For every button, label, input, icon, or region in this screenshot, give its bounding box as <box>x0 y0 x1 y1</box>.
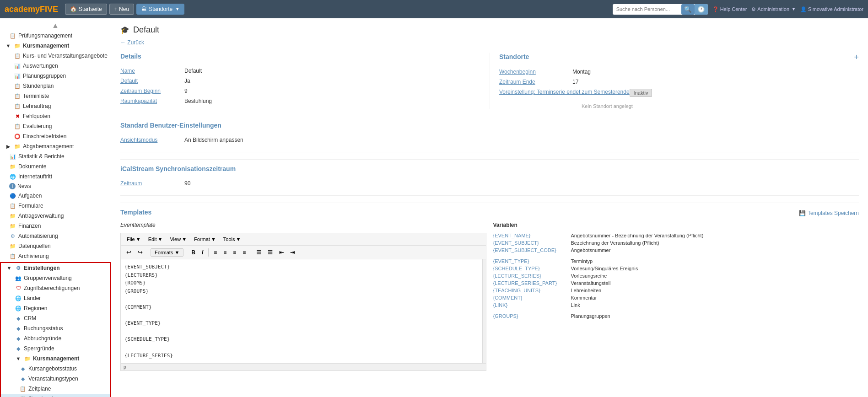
voreinstellung-label: Voreinstellung: Terminserie endet zum Se… <box>499 89 630 95</box>
sidebar-item-pruefungsmanagement[interactable]: 📋 Prüfungsmanagement <box>0 31 111 41</box>
var-name-comment[interactable]: {COMMENT} <box>493 295 566 300</box>
align-justify-button[interactable]: ≡ <box>240 248 248 257</box>
sidebar-item-gruppenverwaltung[interactable]: 👥 Gruppenverwaltung <box>1 273 110 283</box>
sidebar-item-zugriffsberechtigungen[interactable]: 🛡 Zugriffsberechtigungen <box>1 283 110 293</box>
var-name-link[interactable]: {LINK} <box>493 302 566 308</box>
search-input[interactable] <box>613 5 681 14</box>
formats-button[interactable]: Formats ▼ <box>151 248 183 257</box>
var-name-event-subject-code[interactable]: {EVENT_SUBJECT_CODE} <box>493 247 566 253</box>
sidebar-item-regionen[interactable]: 🌐 Regionen <box>1 303 110 313</box>
sidebar-item-formulare[interactable]: 📋 Formulare <box>0 201 111 211</box>
sidebar-item-planungsgruppen[interactable]: 📊 Planungsgruppen <box>0 71 111 81</box>
italic-button[interactable]: I <box>199 248 206 257</box>
var-name-lecture-series-part[interactable]: {LECTURE_SERIES_PART} <box>493 280 566 286</box>
search-history-button[interactable]: 🕐 <box>695 4 708 15</box>
editor-panel: Eventtemplate File ▼ Edit ▼ Vie <box>120 222 486 371</box>
sidebar-item-kursmanagement[interactable]: ▼ 📁 Kursmanagement <box>0 41 111 51</box>
indent-increase-button[interactable]: ⇥ <box>287 248 297 257</box>
editor-body-container: {EVENT_SUBJECT} {LECTURERS} {ROOMS} {GRO… <box>120 259 486 371</box>
format-menu[interactable]: Format ▼ <box>191 235 219 243</box>
back-link[interactable]: ← Zurück <box>120 39 144 46</box>
standorte-empty: Kein Standort angelegt <box>499 103 859 109</box>
sidebar-item-veranstaltungstypen[interactable]: ◆ Veranstaltungstypen <box>1 374 110 384</box>
administration-link[interactable]: ⚙ Administration ▼ <box>751 6 796 12</box>
sidebar-item-kursangebotsstatus[interactable]: ◆ Kursangebotsstatus <box>1 364 110 374</box>
sidebar-item-zeitplane[interactable]: 📋 Zeitplane <box>1 384 110 394</box>
sidebar-item-archivierung[interactable]: 📋 Archivierung <box>0 251 111 261</box>
var-row-lecture-series-part: {LECTURE_SERIES_PART} Veranstaltungsteil <box>493 279 859 287</box>
standorte-add-button[interactable]: + <box>854 53 859 62</box>
sidebar-item-einstellungen[interactable]: ▼ ⚙ Einstellungen <box>1 263 110 273</box>
editor-line-1: {EVENT_SUBJECT} <box>124 263 482 271</box>
sidebar-item-automatisierung[interactable]: ⚙ Automatisierung <box>0 231 111 241</box>
unordered-list-button[interactable]: ☰ <box>253 248 264 257</box>
sidebar-item-lehrauftrag[interactable]: 📋 Lehrauftrag <box>0 101 111 111</box>
undo-button[interactable]: ↩ <box>124 247 134 257</box>
view-menu[interactable]: View ▼ <box>167 235 190 243</box>
sidebar-item-evaluierung[interactable]: 📋 Evaluierung <box>0 121 111 131</box>
sidebar-item-terminliste[interactable]: 📋 Terminliste <box>0 91 111 101</box>
startseite-button[interactable]: 🏠 Startseite <box>65 4 107 15</box>
archivierung-icon: 📋 <box>9 252 16 260</box>
sidebar-item-auswertungen[interactable]: 📊 Auswertungen <box>0 61 111 71</box>
standorte-button[interactable]: 🏛 Standorte ▼ <box>136 4 184 15</box>
user-link[interactable]: 👤 Simovative Administrator <box>800 6 863 12</box>
sidebar-item-news[interactable]: i News <box>0 182 111 191</box>
align-right-button[interactable]: ≡ <box>230 248 239 257</box>
sidebar-item-abbruchgruende[interactable]: ◆ Abbruchgründe <box>1 333 110 343</box>
var-desc-event-subject: Bezeichnung der Veranstaltung (Pflicht) <box>571 240 659 246</box>
editor-scrollbar[interactable] <box>482 259 486 363</box>
var-row-teaching-units: {TEACHING_UNITS} Lehreinheiten <box>493 287 859 294</box>
var-name-teaching-units[interactable]: {TEACHING_UNITS} <box>493 288 566 293</box>
search-button[interactable]: 🔍 <box>681 4 695 15</box>
redo-button[interactable]: ↪ <box>135 247 146 257</box>
detail-row-wochenbeginn: Wochenbeginn Montag <box>499 67 859 77</box>
var-name-event-subject[interactable]: {EVENT_SUBJECT} <box>493 240 566 246</box>
neu-button[interactable]: + Neu <box>109 4 134 15</box>
tools-menu[interactable]: Tools ▼ <box>220 235 244 243</box>
var-name-event-type[interactable]: {EVENT_TYPE} <box>493 258 566 264</box>
edit-menu[interactable]: Edit ▼ <box>145 235 166 243</box>
var-name-lecture-series[interactable]: {LECTURE_SERIES} <box>493 273 566 279</box>
sidebar-item-buchungsstatus[interactable]: ◆ Buchungsstatus <box>1 323 110 333</box>
page-title: Default <box>133 25 159 35</box>
bold-button[interactable]: B <box>189 248 198 257</box>
indent-decrease-button[interactable]: ⇤ <box>276 248 286 257</box>
sidebar-item-stundenplan-sub[interactable]: 📋 Stundenplan <box>1 394 110 397</box>
sidebar-item-antragsverwaltung[interactable]: 📁 Antragsverwaltung <box>0 211 111 221</box>
sidebar-item-abgabemanagement[interactable]: ▶ 📁 Abgabemanagement <box>0 141 111 151</box>
sidebar-item-internetauftritt[interactable]: 🌐 Internetauftritt <box>0 172 111 182</box>
templates-save-button[interactable]: 💾 Templates Speichern <box>799 210 859 216</box>
sidebar-item-statistik[interactable]: 📊 Statistik & Berichte <box>0 151 111 161</box>
sidebar-item-fehlquoten[interactable]: ✖ Fehlquoten <box>0 111 111 121</box>
crm-icon: ◆ <box>15 315 22 322</box>
sidebar-item-einschreibefristen[interactable]: ⭕ Einschreibefristen <box>0 131 111 141</box>
var-name-event-name[interactable]: {EVENT_NAME} <box>493 233 566 238</box>
ordered-list-button[interactable]: ☰ <box>265 248 275 257</box>
details-section: Details Name Default Default Ja Zeitraum… <box>120 53 490 109</box>
evaluierung-icon: 📋 <box>14 123 21 130</box>
align-left-button[interactable]: ≡ <box>211 248 220 257</box>
sidebar-item-spergruende[interactable]: ◆ Sperrgründe <box>1 343 110 354</box>
editor-line-4: {GROUPS} <box>124 287 482 295</box>
navbar-right: 🔍 🕐 ❓ Help Center ⚙ Administration ▼ 👤 S… <box>613 4 863 15</box>
var-name-groups[interactable]: {GROUPS} <box>493 313 566 319</box>
editor-body[interactable]: {EVENT_SUBJECT} {LECTURERS} {ROOMS} {GRO… <box>120 259 486 364</box>
align-center-button[interactable]: ≡ <box>221 248 229 257</box>
sidebar-item-dokumente[interactable]: 📁 Dokumente <box>0 161 111 172</box>
sidebar-item-aufgaben[interactable]: 🔵 Aufgaben <box>0 191 111 201</box>
ansichtsmodus-value: An Bildschirm anpassen <box>184 137 243 143</box>
sidebar-item-finanzen[interactable]: 📁 Finanzen <box>0 221 111 231</box>
help-center-link[interactable]: ❓ Help Center <box>712 6 747 12</box>
sidebar-item-kurs-veranstaltungsangebote[interactable]: 📋 Kurs- und Veranstaltungsangebote <box>0 51 111 61</box>
sidebar-item-laender[interactable]: 🌐 Länder <box>1 293 110 303</box>
var-name-schedule-type[interactable]: {SCHEDULE_TYPE} <box>493 266 566 271</box>
sidebar-item-crm[interactable]: ◆ CRM <box>1 313 110 323</box>
sidebar-item-stundenplan-main[interactable]: 📋 Stundenplan <box>0 81 111 91</box>
sidebar-item-kursmanagement-sub[interactable]: ▼ 📁 Kursmanagement <box>1 354 110 364</box>
veranstaltungs-icon: ◆ <box>19 375 27 382</box>
sidebar-item-datenquellen[interactable]: 📁 Datenquellen <box>0 241 111 251</box>
file-menu[interactable]: File ▼ <box>124 235 144 243</box>
news-icon: i <box>9 183 16 189</box>
raumkapazitaet-value: Bestuhlung <box>184 98 212 104</box>
